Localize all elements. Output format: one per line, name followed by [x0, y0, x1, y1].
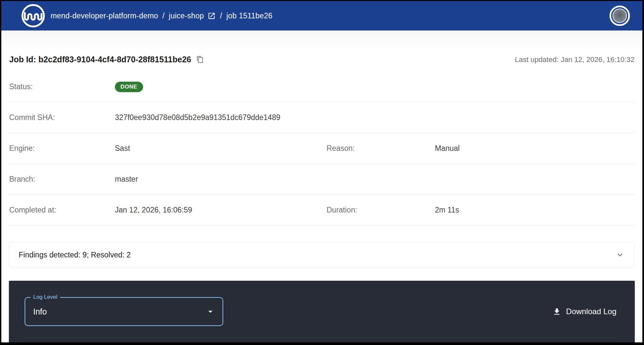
avatar-image [612, 9, 627, 23]
breadcrumb: mend-developer-platform-demo / juice-sho… [51, 11, 272, 20]
branch-row: Branch: master [9, 164, 634, 195]
log-level-select[interactable]: Log Level Info [25, 297, 223, 326]
job-details-page: Job Id: b2c2df83-9104-4cf4-8d70-28f81511… [1, 30, 642, 345]
download-log-button[interactable]: Download Log [552, 307, 616, 316]
job-fields: Status: DONE Commit SHA: 327f0ee930d78e0… [9, 71, 634, 226]
branch-label: Branch: [9, 175, 115, 184]
commit-sha-row: Commit SHA: 327f0ee930d78e08d5b2e9a91351… [9, 102, 634, 133]
reason-label: Reason: [327, 144, 435, 153]
job-id: Job Id: b2c2df83-9104-4cf4-8d70-28f81511… [9, 55, 204, 64]
screenshot-frame: mend-developer-platform-demo / juice-sho… [0, 0, 644, 345]
commit-sha-value: 327f0ee930d78e08d5b2e9a91351dc679dde1489 [115, 113, 327, 122]
status-value: DONE [115, 82, 327, 92]
breadcrumb-separator: / [162, 11, 165, 20]
duration-label: Duration: [327, 206, 435, 214]
log-panel: Log Level Info Download Log [9, 281, 635, 345]
log-level-value: Info [33, 307, 47, 316]
log-toolbar: Log Level Info Download Log [9, 281, 635, 326]
breadcrumb-org[interactable]: mend-developer-platform-demo [51, 11, 158, 20]
completed-at-value: Jan 12, 2026, 16:06:59 [115, 206, 327, 214]
job-header-row: Job Id: b2c2df83-9104-4cf4-8d70-28f81511… [9, 55, 634, 64]
findings-summary: Findings detected: 9; Resolved: 2 [19, 251, 131, 259]
job-id-value: b2c2df83-9104-4cf4-8d70-28f81511be26 [38, 55, 191, 64]
job-id-label: Job Id: b2c2df83-9104-4cf4-8d70-28f81511… [9, 55, 191, 64]
engine-label: Engine: [9, 144, 115, 153]
breadcrumb-separator: / [220, 11, 222, 20]
external-link-icon[interactable] [207, 12, 216, 20]
status-label: Status: [9, 82, 115, 91]
chevron-down-icon[interactable] [615, 250, 625, 260]
app-header: mend-developer-platform-demo / juice-sho… [1, 1, 642, 30]
status-row: Status: DONE [9, 71, 634, 102]
copy-icon[interactable] [196, 56, 204, 63]
mend-logo-icon[interactable] [20, 3, 46, 29]
completed-at-row: Completed at: Jan 12, 2026, 16:06:59 Dur… [9, 195, 634, 226]
dropdown-arrow-icon [205, 307, 215, 316]
last-updated: Last updated: Jan 12, 2026, 16:10:32 [515, 55, 634, 64]
breadcrumb-repo[interactable]: juice-shop [169, 11, 204, 20]
commit-sha-label: Commit SHA: [9, 113, 115, 122]
avatar[interactable] [610, 6, 630, 26]
log-panel-divider [25, 338, 617, 338]
status-badge: DONE [115, 82, 143, 92]
breadcrumb-job: job 1511be26 [226, 11, 272, 20]
log-level-label: Log Level [31, 294, 60, 300]
engine-row: Engine: Sast Reason: Manual [9, 133, 634, 164]
download-log-label: Download Log [566, 307, 616, 316]
download-icon [552, 307, 561, 316]
reason-value: Manual [435, 144, 634, 153]
duration-value: 2m 11s [435, 206, 634, 214]
findings-accordion[interactable]: Findings detected: 9; Resolved: 2 [9, 242, 634, 268]
completed-at-label: Completed at: [9, 206, 115, 214]
branch-value: master [115, 175, 327, 184]
engine-value: Sast [115, 144, 327, 153]
